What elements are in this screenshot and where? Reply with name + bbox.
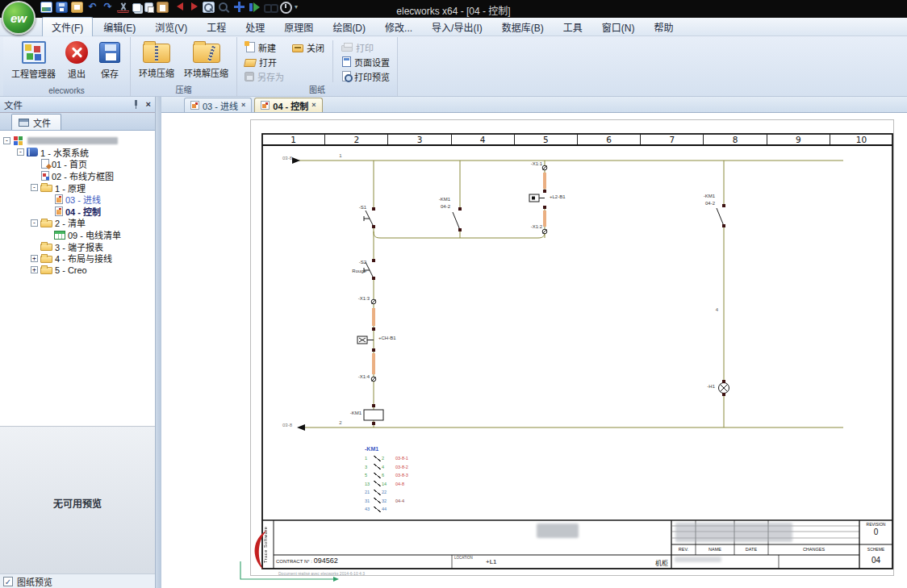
menu-tab[interactable]: 修改... <box>376 18 421 36</box>
tree-item[interactable]: -1 - 原理 <box>0 181 155 194</box>
sheet-preview-checkbox[interactable]: ✓ <box>3 577 13 586</box>
print-preview-button[interactable]: 打印预览 <box>339 69 392 83</box>
tree-expander-icon[interactable]: - <box>31 184 38 191</box>
tree-item-label: 04 - 控制 <box>65 205 101 218</box>
crossref-km1: -KM1 1203-8-1 3403-8-2 5603-8-3 <box>365 446 437 514</box>
tree-item[interactable]: 3 - 端子报表 <box>0 240 155 252</box>
menu-tab[interactable]: 窗口(N) <box>593 18 644 36</box>
tree-item-label: 4 - 布局与接线 <box>55 252 112 265</box>
cable-highlights <box>372 173 546 374</box>
tree-item[interactable]: -2 - 清单 <box>0 217 155 229</box>
tree-item[interactable]: +4 - 布局与接线 <box>0 252 155 265</box>
app-icon <box>13 136 25 145</box>
save-button[interactable]: 保存 <box>94 39 125 80</box>
changes-header: CHANGES <box>768 547 859 552</box>
menu-tab[interactable]: 数据库(B) <box>493 18 553 36</box>
page-setup-button[interactable]: 页面设置 <box>339 55 392 69</box>
schematic-tab-icon <box>190 101 199 110</box>
tab-sheet-03[interactable]: 03 - 进线 × <box>184 98 252 112</box>
menu-tab[interactable]: 处理 <box>236 18 274 36</box>
column-header: 12345678910 <box>262 134 892 146</box>
menu-tab[interactable]: 文件(F) <box>42 17 93 36</box>
drawing-canvas[interactable]: 12345678910 03-8 1 -S1 -KM1 04-2 -X1:1 +… <box>161 113 907 588</box>
tree-item[interactable]: 02 - 布线方框图 <box>0 170 155 182</box>
cabinet-label: 机柜 <box>639 558 668 567</box>
label-km1-b-ref: 04-2 <box>424 204 450 210</box>
exit-icon <box>65 41 88 64</box>
wire-number: 2 <box>336 420 345 426</box>
tree-expander-icon[interactable]: - <box>31 219 38 227</box>
tree-item[interactable]: -1 - 水泵系统 <box>0 147 155 159</box>
tree-item-label: 1 - 水泵系统 <box>40 146 89 159</box>
app-logo[interactable]: ew <box>2 1 36 35</box>
folder-icon <box>40 220 52 227</box>
menu-tab[interactable]: 导入/导出(I) <box>423 18 491 36</box>
zip-folder-icon <box>143 44 170 63</box>
menu-tab[interactable]: 绘图(D) <box>324 18 374 36</box>
close-icon[interactable]: × <box>146 100 151 109</box>
wire-number: 4 <box>710 307 718 313</box>
tree-item[interactable]: 04 - 控制 <box>0 206 155 218</box>
tree-item[interactable]: +5 - Creo <box>0 265 155 277</box>
panel-header: 文件 × <box>0 97 155 113</box>
menu-tab[interactable]: 原理图 <box>275 18 322 36</box>
rev-header: REV. <box>671 547 696 552</box>
source-label-bottom: 03-8 <box>268 423 292 428</box>
wires <box>299 161 843 427</box>
menu-tab[interactable]: 编辑(E) <box>94 18 144 36</box>
open-button[interactable]: 打开 <box>242 55 286 69</box>
save-as-button[interactable]: 另存为 <box>242 69 286 83</box>
sheet-frame <box>262 134 892 569</box>
tree-item[interactable]: 03 - 进线 <box>0 194 155 206</box>
sch-icon <box>55 206 63 216</box>
env-decompress-button[interactable]: 环境解压缩 <box>181 39 232 79</box>
tree-item[interactable]: - <box>0 135 155 147</box>
tab-close-icon[interactable]: × <box>311 102 316 109</box>
exit-button[interactable]: 退出 <box>62 39 91 80</box>
column-number: 9 <box>767 134 830 144</box>
open-folder-icon <box>244 59 257 67</box>
group-divider <box>332 40 333 82</box>
tree-expander-icon[interactable]: - <box>3 137 10 144</box>
tab-sheet-04[interactable]: 04 - 控制 × <box>254 98 322 112</box>
page-setup-icon <box>342 56 351 67</box>
scheme-label: SCHEME <box>860 547 892 552</box>
menu-tab[interactable]: 工程 <box>198 18 235 36</box>
tree-expander-icon[interactable]: - <box>17 148 24 156</box>
book-icon <box>27 148 38 156</box>
tree-item[interactable]: 09 - 电线清单 <box>0 229 155 241</box>
contract-field: CONTRACT N° : 094562 <box>276 557 338 565</box>
close-button[interactable]: 关闭 <box>290 40 327 54</box>
close-folder-icon <box>292 44 303 52</box>
project-manager-button[interactable]: 工程管理器 <box>8 39 59 80</box>
menu-tab[interactable]: 浏览(V) <box>146 18 196 36</box>
print-button[interactable]: 打印 <box>339 40 392 54</box>
sch-icon <box>55 194 63 204</box>
new-button[interactable]: 新建 <box>242 40 286 54</box>
contact-km1-d <box>717 208 724 226</box>
preview-placeholder: 无可用预览 <box>53 498 102 510</box>
ribbon-group-compress: 环境压缩 环境解压缩 压缩 <box>131 37 237 96</box>
crossref-rows: 1203-8-1 3403-8-2 5603-8-3 131404-8 <box>365 454 437 514</box>
button-label: 环境压缩 <box>139 66 174 79</box>
label-terminal: -X1:1 <box>516 161 542 167</box>
button-label: 退出 <box>68 67 86 80</box>
tab-files[interactable]: 文件 <box>11 114 61 130</box>
tree-expander-icon[interactable]: + <box>31 255 38 262</box>
tab-label: 04 - 控制 <box>273 99 308 112</box>
menu-tab[interactable]: 工具 <box>554 18 591 36</box>
table-icon <box>54 231 65 240</box>
wire-number: 1 <box>336 153 345 159</box>
pin-icon[interactable] <box>132 100 140 109</box>
ribbon: 工程管理器 退出 保存 elecworks 环境压缩 环境解压缩 压缩 <box>0 36 907 97</box>
checkbox-label: 图纸预览 <box>17 575 52 588</box>
menu-tab[interactable]: 帮助 <box>645 18 682 36</box>
tab-close-icon[interactable]: × <box>241 102 245 109</box>
revision-label: REVISION <box>860 522 892 527</box>
tree-expander-icon[interactable]: + <box>31 266 38 273</box>
page2-icon <box>41 171 49 181</box>
contract-value: 094562 <box>314 557 338 565</box>
panel-splitter[interactable] <box>156 97 161 588</box>
tree-item[interactable]: 01 - 首页 <box>0 158 155 170</box>
env-compress-button[interactable]: 环境压缩 <box>136 39 178 79</box>
